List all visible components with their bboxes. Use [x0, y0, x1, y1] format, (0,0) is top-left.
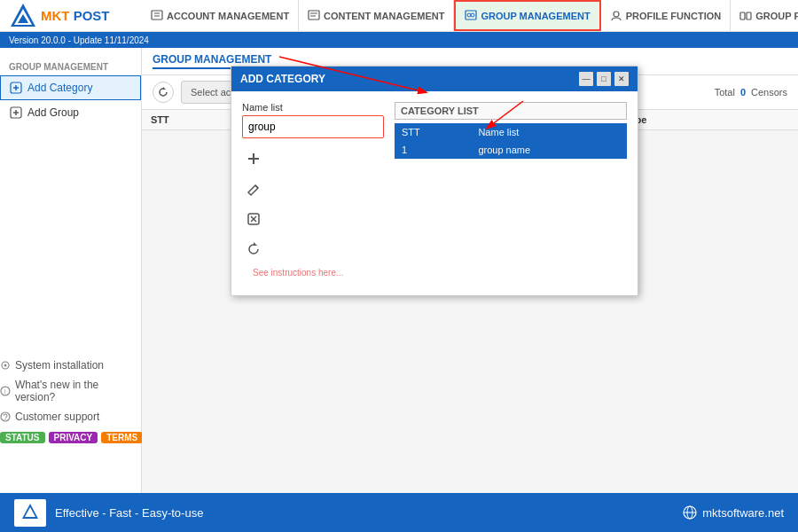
modal-right: CATEGORY LIST STT Name list 1	[395, 102, 627, 285]
delete-icon-button[interactable]	[242, 207, 265, 231]
svg-rect-14	[747, 12, 751, 20]
add-icon-button[interactable]	[242, 147, 265, 170]
name-list-input[interactable]	[242, 115, 384, 138]
footer-logo-icon	[21, 503, 39, 520]
sidebar-item-add-group[interactable]: Add Group	[0, 100, 141, 125]
refresh-small-icon	[246, 241, 262, 257]
svg-point-27	[4, 419, 5, 419]
add-category-icon	[10, 82, 22, 94]
svg-point-12	[614, 12, 619, 17]
privacy-badge[interactable]: PRIVACY	[49, 432, 98, 443]
modal-close-button[interactable]: ✕	[614, 72, 629, 86]
logo-mkt: MKT	[41, 8, 70, 23]
add-group-icon	[10, 106, 22, 119]
refresh-icon-button[interactable]	[242, 238, 265, 261]
modal-title: ADD CATEGORY	[240, 73, 325, 85]
footer-logo	[14, 499, 46, 527]
footer-left: Effective - Fast - Easy-to-use	[14, 499, 203, 527]
version-bar: Version 20.0.0 - Update 11/11/2024	[0, 32, 798, 48]
globe-icon	[683, 505, 697, 520]
profile-icon	[610, 10, 622, 22]
category-table: STT Name list 1 group name	[395, 123, 627, 160]
category-list-label: CATEGORY LIST	[395, 102, 627, 120]
group-icon	[465, 10, 477, 22]
refresh-icon	[158, 87, 168, 98]
svg-rect-3	[152, 11, 162, 20]
action-icons	[242, 147, 384, 261]
pencil-icon	[246, 181, 262, 197]
sidebar-bottom-links: System installation i What's new in the …	[0, 356, 141, 443]
whats-new-link[interactable]: i What's new in the version?	[0, 375, 141, 407]
system-installation-link[interactable]: System installation	[0, 356, 141, 375]
sidebar-item-add-category[interactable]: Add Category	[0, 75, 141, 100]
logo-text: MKT POST	[41, 8, 110, 23]
modal-body: Name list	[231, 91, 638, 295]
customer-support-link[interactable]: Customer support	[0, 407, 141, 426]
logo-post: POST	[70, 8, 110, 23]
total-count: 0	[740, 87, 746, 98]
svg-point-10	[467, 13, 471, 17]
cat-table-body: 1 group name	[395, 141, 627, 160]
terms-badge[interactable]: TERMS	[101, 432, 143, 443]
tab-profile[interactable]: PROFILE FUNCTION	[601, 0, 732, 31]
footer-website: mktsoftware.net	[702, 506, 784, 520]
modal-left: Name list	[242, 102, 384, 285]
cat-table-row[interactable]: 1 group name	[395, 141, 627, 160]
tab-account[interactable]: ACCOUNT MANAGEMENT	[142, 0, 299, 31]
footer: Effective - Fast - Easy-to-use mktsoftwa…	[0, 493, 798, 532]
content-area: GROUP MANAGEMENT Select account category…	[142, 48, 798, 493]
svg-rect-6	[309, 11, 319, 20]
content-icon	[308, 10, 320, 22]
header: MKT POST ACCOUNT MANAGEMENT CONTENT MANA…	[0, 0, 798, 32]
edit-icon-button[interactable]	[242, 177, 265, 200]
svg-point-11	[471, 13, 474, 17]
cat-stt-cell: 1	[395, 141, 471, 160]
nav-tabs: ACCOUNT MANAGEMENT CONTENT MANAGEMENT GR…	[142, 0, 798, 31]
logo-area: MKT POST	[0, 0, 142, 31]
delete-icon	[246, 211, 262, 227]
svg-marker-35	[254, 242, 257, 246]
name-list-label: Name list	[242, 102, 384, 113]
total-area: Total 0 Censors	[715, 87, 787, 98]
group-func-icon	[739, 10, 752, 22]
tab-content[interactable]: CONTENT MANAGEMENT	[299, 0, 454, 31]
account-icon	[151, 10, 163, 22]
modal-minimize-button[interactable]: —	[579, 72, 593, 86]
sidebar-section-label: GROUP MANAGEMENT	[0, 59, 141, 75]
status-badge[interactable]: STATUS	[0, 432, 45, 443]
cat-col-stt: STT	[395, 123, 471, 141]
footer-slogan: Effective - Fast - Easy-to-use	[55, 506, 203, 520]
sidebar-badges: STATUS PRIVACY TERMS	[0, 432, 141, 443]
tab-group-func[interactable]: GROUP FUNCTION	[731, 0, 798, 31]
footer-right: mktsoftware.net	[683, 505, 784, 520]
plus-icon	[246, 151, 262, 167]
support-icon	[0, 411, 11, 422]
tab-group[interactable]: GROUP MANAGEMENT	[454, 0, 600, 31]
svg-point-23	[4, 364, 7, 367]
instructions-link[interactable]: See instructions here...	[242, 261, 384, 285]
add-category-modal: ADD CATEGORY — □ ✕ Name list	[231, 66, 638, 296]
settings-icon	[0, 360, 11, 371]
info-icon: i	[0, 386, 11, 396]
sidebar: GROUP MANAGEMENT Add Category Add Group …	[0, 48, 142, 493]
modal-controls: — □ ✕	[579, 72, 629, 86]
modal-maximize-button[interactable]: □	[597, 72, 611, 86]
refresh-button[interactable]	[153, 82, 174, 103]
cat-name-cell: group name	[471, 141, 627, 160]
svg-rect-13	[740, 12, 745, 20]
svg-marker-28	[163, 87, 166, 90]
modal-titlebar: ADD CATEGORY — □ ✕	[231, 66, 638, 91]
cat-col-name: Name list	[471, 123, 627, 141]
mkt-logo-icon	[9, 2, 37, 30]
svg-text:i: i	[4, 388, 6, 395]
main-layout: GROUP MANAGEMENT Add Category Add Group …	[0, 48, 798, 493]
